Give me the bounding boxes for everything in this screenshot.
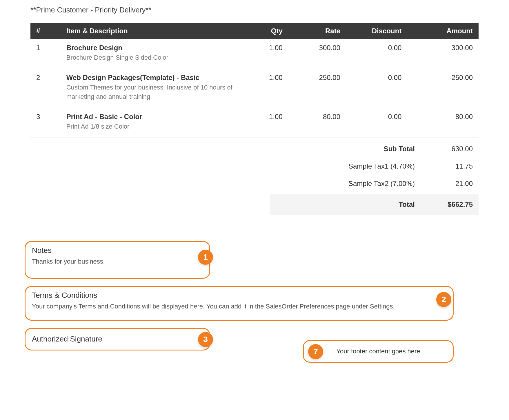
footer-body: Your footer content goes here <box>336 348 420 355</box>
terms-title: Terms & Conditions <box>32 291 446 300</box>
item-desc: Print Ad 1/8 size Color <box>66 122 239 131</box>
item-name: Brochure Design <box>66 44 239 52</box>
line-items-table: # Item & Description Qty Rate Discount A… <box>30 23 479 138</box>
terms-callout: Terms & Conditions Your company's Terms … <box>25 286 454 321</box>
cell-index: 2 <box>30 69 61 108</box>
tax1-row: Sample Tax1 (4.70%) 11.75 <box>270 158 479 175</box>
item-name: Print Ad - Basic - Color <box>66 113 239 121</box>
cell-index: 3 <box>30 108 61 138</box>
subtotal-row: Sub Total 630.00 <box>270 140 479 158</box>
callout-badge-3: 3 <box>198 332 213 347</box>
cell-rate: 300.00 <box>288 39 346 69</box>
callout-badge-1: 1 <box>198 250 213 265</box>
notes-title: Notes <box>32 246 203 255</box>
cell-item: Web Design Packages(Template) - Basic Cu… <box>61 69 244 108</box>
col-header-discount: Discount <box>346 23 407 39</box>
item-desc: Brochure Design Single Sided Color <box>66 53 239 62</box>
notes-callout: Notes Thanks for your business. <box>25 241 210 279</box>
tax1-label: Sample Tax1 (4.70%) <box>276 162 432 170</box>
grand-total-label: Total <box>276 200 432 209</box>
cell-qty: 1.00 <box>244 69 288 108</box>
terms-body: Your company's Terms and Conditions will… <box>32 303 446 310</box>
cell-qty: 1.00 <box>244 39 288 69</box>
notes-body: Thanks for your business. <box>32 258 203 265</box>
cell-amount: 250.00 <box>407 69 479 108</box>
cell-item: Brochure Design Brochure Design Single S… <box>61 39 244 69</box>
cell-amount: 300.00 <box>407 39 479 69</box>
tax2-value: 21.00 <box>432 180 473 188</box>
table-row: 3 Print Ad - Basic - Color Print Ad 1/8 … <box>30 108 479 138</box>
cell-discount: 0.00 <box>346 69 407 108</box>
cell-index: 1 <box>30 39 61 69</box>
cell-discount: 0.00 <box>346 39 407 69</box>
col-header-rate: Rate <box>288 23 346 39</box>
table-row: 2 Web Design Packages(Template) - Basic … <box>30 69 479 108</box>
tax2-label: Sample Tax2 (7.00%) <box>276 180 432 188</box>
table-header-row: # Item & Description Qty Rate Discount A… <box>30 23 479 39</box>
totals-section: Sub Total 630.00 Sample Tax1 (4.70%) 11.… <box>30 140 479 215</box>
subtotal-value: 630.00 <box>432 145 473 153</box>
invoice-page: **Prime Customer - Priority Delivery** #… <box>0 0 509 420</box>
col-header-qty: Qty <box>244 23 288 39</box>
item-desc: Custom Themes for your business. Inclusi… <box>66 83 239 101</box>
table-row: 1 Brochure Design Brochure Design Single… <box>30 39 479 69</box>
item-name: Web Design Packages(Template) - Basic <box>66 74 239 82</box>
footer-callout: Your footer content goes here <box>303 340 454 363</box>
grand-total-row: Total $662.75 <box>270 194 479 215</box>
signature-callout: Authorized Signature <box>25 328 210 350</box>
subtotal-label: Sub Total <box>276 145 432 153</box>
col-header-index: # <box>30 23 61 39</box>
callout-badge-2: 2 <box>436 292 451 307</box>
cell-rate: 80.00 <box>288 108 346 138</box>
grand-total-value: $662.75 <box>432 200 473 209</box>
tax1-value: 11.75 <box>432 162 473 170</box>
cell-discount: 0.00 <box>346 108 407 138</box>
cell-amount: 80.00 <box>407 108 479 138</box>
callout-badge-7: 7 <box>308 344 323 359</box>
cell-item: Print Ad - Basic - Color Print Ad 1/8 si… <box>61 108 244 138</box>
cell-qty: 1.00 <box>244 108 288 138</box>
col-header-amount: Amount <box>407 23 479 39</box>
tax2-row: Sample Tax2 (7.00%) 21.00 <box>270 175 479 192</box>
col-header-item: Item & Description <box>61 23 244 39</box>
signature-title: Authorized Signature <box>32 335 159 347</box>
customer-banner: **Prime Customer - Priority Delivery** <box>30 6 479 14</box>
cell-rate: 250.00 <box>288 69 346 108</box>
